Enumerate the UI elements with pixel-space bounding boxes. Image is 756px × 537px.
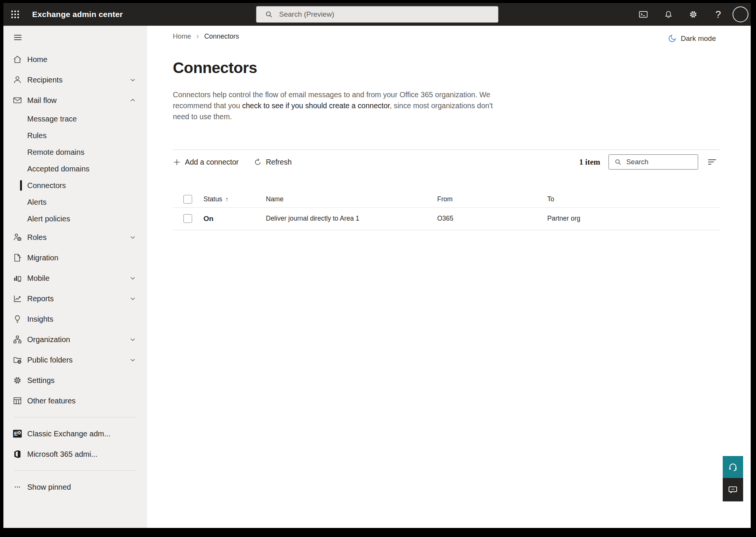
column-header-from[interactable]: From [437,195,547,203]
support-button[interactable] [723,456,743,478]
dark-mode-toggle[interactable]: Dark mode [668,34,716,43]
sidebar-item-public-folders[interactable]: Public folders [3,350,147,370]
help-icon: ? [716,9,721,20]
topbar-actions: ? [631,3,748,26]
sidebar-item-label: Recipients [27,76,62,84]
plus-icon [173,158,181,166]
refresh-button[interactable]: Refresh [254,158,292,167]
moon-icon [668,34,677,43]
sidebar-item-alert-policies[interactable]: Alert policies [3,210,147,227]
sidebar-item-label: Microsoft 365 admi... [27,450,98,459]
select-all-checkbox[interactable] [183,195,192,204]
select-all-cell [173,195,203,204]
row-checkbox[interactable] [183,214,192,223]
row-select-cell [173,214,203,223]
chevron-up-icon [129,97,137,104]
cloud-shell-button[interactable] [631,3,655,26]
chevron-down-icon [129,76,137,84]
sidebar-item-label: Organization [27,335,70,344]
global-search-input[interactable] [279,10,483,19]
sidebar-item-label: Other features [27,397,76,405]
sidebar-divider [14,417,137,417]
sidebar-item-microsoft-365-admin[interactable]: Microsoft 365 admi... [3,444,147,464]
sidebar-item-label: Insights [27,315,53,324]
mobile-stats-icon [12,273,22,283]
sidebar-item-other-features[interactable]: Other features [3,391,147,411]
sidebar-header [3,26,147,49]
sidebar-item-recipients[interactable]: Recipients [3,70,147,90]
sidebar-item-label: Public folders [27,356,73,364]
account-avatar[interactable] [733,6,748,22]
filter-button[interactable] [706,156,719,168]
sidebar-item-label: Roles [27,233,47,242]
list-search-input[interactable] [626,158,687,166]
sidebar-item-remote-domains[interactable]: Remote domains [3,144,147,160]
global-search-box[interactable] [256,6,498,23]
table-header-row: Status ↑ Name From To [173,191,720,207]
column-header-to[interactable]: To [547,195,720,203]
sidebar-item-rules[interactable]: Rules [3,127,147,144]
sidebar-item-message-trace[interactable]: Message trace [3,111,147,127]
chevron-down-icon [129,274,137,282]
person-badge-icon [12,232,22,242]
toolbar-divider [173,149,720,150]
settings-button[interactable] [681,3,705,26]
waffle-icon [11,10,20,19]
main-content: Home Connectors Dark mode Connectors Con… [147,26,751,528]
help-button[interactable]: ? [706,3,730,26]
ellipsis-icon [12,482,22,492]
sidebar-item-settings[interactable]: Settings [3,370,147,391]
lightbulb-icon [12,314,22,324]
sidebar-item-insights[interactable]: Insights [3,309,147,329]
chevron-right-icon [195,34,200,39]
search-icon [614,158,622,166]
notifications-button[interactable] [656,3,680,26]
sidebar-item-show-pinned[interactable]: Show pinned [3,477,147,497]
person-icon [12,75,22,85]
terminal-icon [638,9,648,19]
sidebar-item-roles[interactable]: Roles [3,227,147,247]
sidebar-item-migration[interactable]: Migration [3,247,147,268]
sidebar-item-accepted-domains[interactable]: Accepted domains [3,160,147,177]
sidebar-item-label: Remote domains [27,148,84,157]
bell-icon [664,10,673,19]
filter-lines-icon [707,157,717,167]
collapse-nav-button[interactable] [13,32,24,43]
mail-icon [12,95,22,105]
sidebar-nav: Home Recipients Mail flow [3,26,147,528]
home-icon [12,54,22,64]
sidebar-item-mail-flow[interactable]: Mail flow [3,90,147,111]
chevron-down-icon [129,356,137,364]
breadcrumb-home-link[interactable]: Home [173,33,191,40]
headset-icon [728,462,738,472]
sidebar-item-organization[interactable]: Organization [3,329,147,350]
create-connector-check-link[interactable]: check to see if you should create a conn… [242,101,390,110]
sidebar-item-label: Alerts [27,198,47,207]
chevron-down-icon [129,295,137,302]
sidebar-item-label: Rules [27,131,47,140]
connector-name[interactable]: Deliver journal directly to Area 1 [266,215,437,223]
microsoft-365-logo-icon [12,449,22,459]
sidebar-item-home[interactable]: Home [3,49,147,70]
app-launcher-button[interactable] [6,3,24,26]
add-connector-button[interactable]: Add a connector [173,158,239,167]
hamburger-icon [13,33,23,42]
document-arrow-icon [12,253,22,263]
app-title: Exchange admin center [32,10,123,19]
feedback-button[interactable] [723,478,743,501]
table-row[interactable]: On Deliver journal directly to Area 1 O3… [173,207,720,230]
column-header-name[interactable]: Name [266,195,437,203]
breadcrumb-current[interactable]: Connectors [204,33,239,40]
item-count: 1 item [579,157,600,167]
sidebar-item-reports[interactable]: Reports [3,288,147,309]
list-search-box[interactable] [609,154,698,170]
chevron-down-icon [129,233,137,241]
chevron-down-icon [129,336,137,343]
column-header-status[interactable]: Status ↑ [203,195,266,203]
sidebar-item-label: Mobile [27,274,50,283]
sidebar-item-connectors[interactable]: Connectors [3,177,147,194]
sidebar-item-mobile[interactable]: Mobile [3,268,147,288]
add-connector-label: Add a connector [185,158,239,167]
sidebar-item-alerts[interactable]: Alerts [3,194,147,210]
sidebar-item-classic-exchange-admin[interactable]: E Classic Exchange adm... [3,423,147,444]
